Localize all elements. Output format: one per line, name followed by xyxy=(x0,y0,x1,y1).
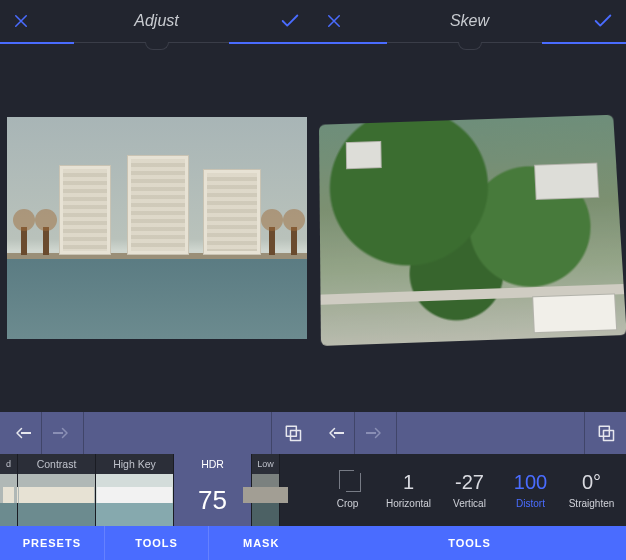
svg-rect-2 xyxy=(286,426,296,436)
image-canvas[interactable] xyxy=(313,44,626,412)
preset-thumb xyxy=(252,474,279,526)
image-canvas[interactable] xyxy=(0,44,313,412)
tab-tools[interactable]: TOOLS xyxy=(104,526,209,560)
adjust-pane: Adjust d xyxy=(0,0,313,560)
param-distort[interactable]: 100 Distort xyxy=(500,454,561,526)
preset-thumb xyxy=(96,474,173,526)
preset-hdr[interactable]: HDR 75 xyxy=(174,454,252,526)
skew-pane: Skew Crop xyxy=(313,0,626,560)
bottom-tabs: PRESETS TOOLS MASK xyxy=(0,526,313,560)
confirm-icon[interactable] xyxy=(279,10,301,32)
undo-button[interactable] xyxy=(313,412,355,454)
screen-title: Skew xyxy=(313,12,626,30)
close-icon[interactable] xyxy=(325,12,343,30)
topbar: Skew xyxy=(313,0,626,42)
topbar: Adjust xyxy=(0,0,313,42)
param-horizontal[interactable]: 1 Horizontal xyxy=(378,454,439,526)
history-nav xyxy=(313,412,626,454)
compare-layers-button[interactable] xyxy=(584,412,626,454)
redo-button[interactable] xyxy=(42,412,84,454)
param-crop[interactable]: Crop xyxy=(317,454,378,526)
skew-params: Crop 1 Horizontal -27 Vertical 100 Disto… xyxy=(313,454,626,526)
tab-mask[interactable]: MASK xyxy=(208,526,313,560)
svg-rect-6 xyxy=(599,426,609,436)
preset-contrast[interactable]: Contrast xyxy=(18,454,96,526)
param-vertical[interactable]: -27 Vertical xyxy=(439,454,500,526)
progress-underline xyxy=(313,42,626,44)
preset-partial-prev[interactable]: d xyxy=(0,454,18,526)
preset-value: 75 xyxy=(174,474,251,526)
svg-rect-7 xyxy=(603,431,613,441)
close-icon[interactable] xyxy=(12,12,30,30)
tab-tools[interactable]: TOOLS xyxy=(313,526,626,560)
param-straighten[interactable]: 0° Straighten xyxy=(561,454,622,526)
compare-layers-button[interactable] xyxy=(271,412,313,454)
redo-button[interactable] xyxy=(355,412,397,454)
svg-rect-3 xyxy=(290,431,300,441)
screen-title: Adjust xyxy=(0,12,313,30)
progress-underline xyxy=(0,42,313,44)
preset-partial-next[interactable]: Low xyxy=(252,454,280,526)
edited-image xyxy=(318,115,626,346)
preset-thumb xyxy=(18,474,95,526)
tab-presets[interactable]: PRESETS xyxy=(0,526,104,560)
history-nav xyxy=(0,412,313,454)
confirm-icon[interactable] xyxy=(592,10,614,32)
edited-image xyxy=(7,117,307,339)
bottom-tabs: TOOLS xyxy=(313,526,626,560)
crop-icon xyxy=(337,472,359,494)
preset-thumb xyxy=(0,474,17,526)
preset-strip[interactable]: d Contrast High Key HDR 75 Low xyxy=(0,454,313,526)
undo-button[interactable] xyxy=(0,412,42,454)
preset-high-key[interactable]: High Key xyxy=(96,454,174,526)
